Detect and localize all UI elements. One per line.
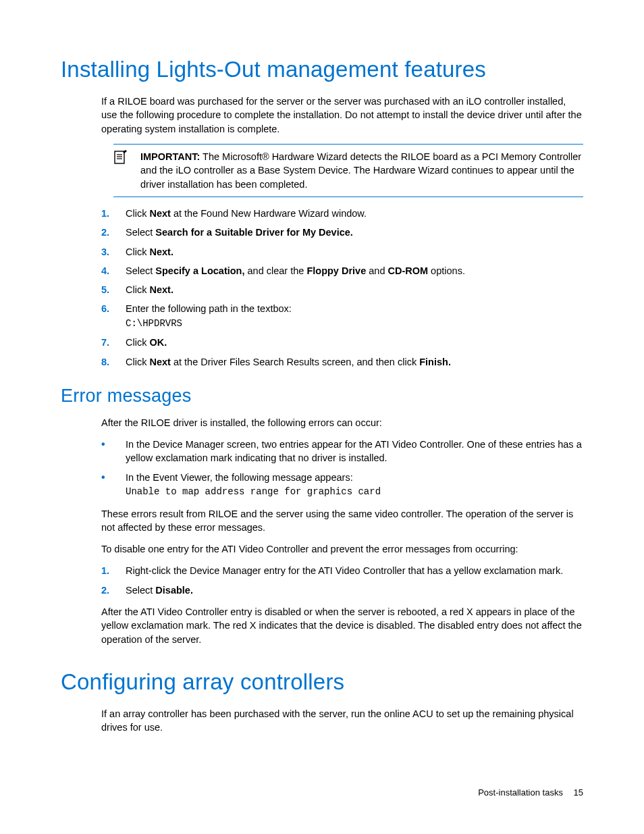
list-item: 2. Select Disable. — [101, 583, 583, 597]
disable-steps-list: 1. Right-click the Device Manager entry … — [101, 564, 583, 597]
step-number: 2. — [101, 583, 126, 597]
error-disable-intro: To disable one entry for the ATI Video C… — [101, 542, 583, 556]
page-number: 15 — [574, 787, 583, 798]
install-steps-list: 1. Click Next at the Found New Hardware … — [101, 207, 583, 369]
list-item: 3. Click Next. — [101, 245, 583, 259]
step-number: 8. — [101, 355, 126, 369]
error-intro-paragraph: After the RILOE driver is installed, the… — [101, 416, 583, 429]
step-text: Select Disable. — [126, 583, 583, 597]
list-item: 8. Click Next at the Driver Files Search… — [101, 355, 583, 369]
footer-section-title: Post-installation tasks — [478, 787, 563, 798]
step-text: Right-click the Device Manager entry for… — [126, 564, 583, 577]
list-item: 4. Select Specify a Location, and clear … — [101, 264, 583, 278]
step-text: Select Specify a Location, and clear the… — [126, 264, 583, 278]
step-number: 5. — [101, 283, 126, 296]
step-number: 3. — [101, 245, 126, 259]
step-text: Click Next. — [126, 283, 583, 296]
code-message: Unable to map address range for graphics… — [126, 486, 381, 497]
bullet-icon: • — [101, 471, 126, 499]
heading-error-messages: Error messages — [61, 384, 583, 409]
bullet-icon: • — [101, 438, 126, 465]
important-callout: IMPORTANT: The Microsoft® Hardware Wizar… — [113, 144, 583, 197]
step-text: Click Next at the Driver Files Search Re… — [126, 355, 583, 369]
important-body: The Microsoft® Hardware Wizard detects t… — [140, 151, 581, 190]
step-number: 1. — [101, 564, 126, 577]
list-item: 6. Enter the following path in the textb… — [101, 302, 583, 330]
important-label: IMPORTANT: — [140, 151, 200, 162]
error-explain-paragraph: These errors result from RILOE and the s… — [101, 507, 583, 535]
bullet-text: In the Event Viewer, the following messa… — [126, 471, 583, 499]
code-path: C:\HPDRVRS — [126, 318, 182, 329]
step-text: Select Search for a Suitable Driver for … — [126, 226, 583, 239]
list-item: 5. Click Next. — [101, 283, 583, 296]
step-text: Click OK. — [126, 336, 583, 349]
list-item: 1. Right-click the Device Manager entry … — [101, 564, 583, 577]
important-text: IMPORTANT: The Microsoft® Hardware Wizar… — [140, 150, 583, 191]
bullet-text: In the Device Manager screen, two entrie… — [126, 438, 583, 465]
document-page: Installing Lights-Out management feature… — [0, 0, 644, 834]
step-text: Click Next. — [126, 245, 583, 259]
step-number: 2. — [101, 226, 126, 239]
error-bullet-list: • In the Device Manager screen, two entr… — [101, 438, 583, 498]
section-config-body: If an array controller has been purchase… — [101, 707, 583, 735]
list-item: 7. Click OK. — [101, 336, 583, 349]
error-after-paragraph: After the ATI Video Controller entry is … — [101, 605, 583, 646]
important-icon — [113, 150, 140, 165]
page-footer: Post-installation tasks 15 — [478, 787, 583, 799]
step-text: Enter the following path in the textbox:… — [126, 302, 583, 330]
config-paragraph: If an array controller has been purchase… — [101, 707, 583, 735]
section-install-body: If a RILOE board was purchased for the s… — [101, 95, 583, 369]
list-item: • In the Device Manager screen, two entr… — [101, 438, 583, 465]
step-text: Click Next at the Found New Hardware Wiz… — [126, 207, 583, 220]
step-number: 6. — [101, 302, 126, 330]
step-number: 1. — [101, 207, 126, 220]
list-item: 2. Select Search for a Suitable Driver f… — [101, 226, 583, 239]
heading-installing-lights-out: Installing Lights-Out management feature… — [61, 54, 583, 85]
heading-configuring-array: Configuring array controllers — [61, 667, 583, 698]
step-number: 4. — [101, 264, 126, 278]
list-item: • In the Event Viewer, the following mes… — [101, 471, 583, 499]
step-number: 7. — [101, 336, 126, 349]
install-intro-paragraph: If a RILOE board was purchased for the s… — [101, 95, 583, 136]
svg-rect-0 — [115, 151, 124, 163]
section-error-body: After the RILOE driver is installed, the… — [101, 416, 583, 646]
list-item: 1. Click Next at the Found New Hardware … — [101, 207, 583, 220]
